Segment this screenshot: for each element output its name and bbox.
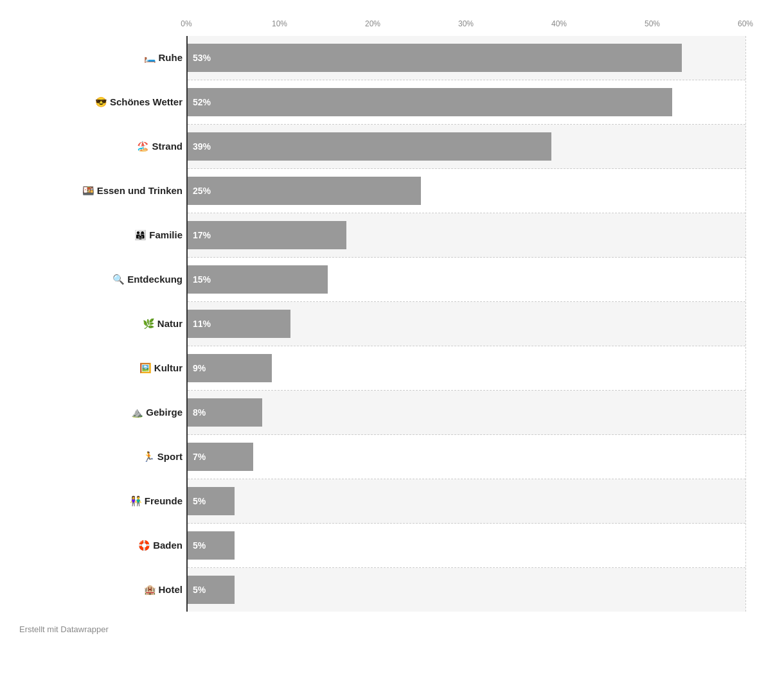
chart-body: 🛏️Ruhe53%😎Schönes Wetter52%🏖️Strand39%🍱E… <box>186 36 765 612</box>
table-row: 🌿Natur11% <box>188 302 745 346</box>
row-label: 😎Schönes Wetter <box>24 96 188 108</box>
bar-value: 8% <box>193 407 206 418</box>
bar: 52% <box>188 88 672 116</box>
bar-value: 53% <box>193 53 211 63</box>
bar-wrapper: 8% <box>188 391 745 434</box>
bars-container: 🛏️Ruhe53%😎Schönes Wetter52%🏖️Strand39%🍱E… <box>186 36 745 612</box>
bar-wrapper: 5% <box>188 568 745 612</box>
bar: 39% <box>188 132 551 161</box>
bar: 53% <box>188 44 682 72</box>
axis-label-60: 60% <box>738 19 753 28</box>
emoji-icon: 🍱 <box>82 185 94 196</box>
bar: 7% <box>188 443 253 471</box>
bar-value: 52% <box>193 97 211 107</box>
bar: 25% <box>188 177 421 205</box>
emoji-icon: 🛟 <box>138 540 150 551</box>
table-row: ⛰️Gebirge8% <box>188 391 745 435</box>
emoji-icon: 🛏️ <box>144 52 156 63</box>
table-row: 🔍Entdeckung15% <box>188 258 745 302</box>
footer-text: Erstellt mit Datawrapper <box>19 624 765 634</box>
bar-wrapper: 39% <box>188 125 745 168</box>
row-label: ⛰️Gebirge <box>24 407 188 418</box>
table-row: 🏃Sport7% <box>188 435 745 479</box>
grid-line-60 <box>745 36 746 612</box>
row-label: 🏖️Strand <box>24 141 188 152</box>
bar-wrapper: 25% <box>188 169 745 213</box>
row-label: 👨‍👩‍👧Familie <box>24 229 188 241</box>
chart-container: 0%10%20%30%40%50%60% 🛏️Ruhe53%😎Schönes W… <box>19 13 765 634</box>
axis-label-30: 30% <box>458 19 474 28</box>
bar: 11% <box>188 310 290 338</box>
axis-top: 0%10%20%30%40%50%60% <box>186 19 745 32</box>
axis-label-10: 10% <box>272 19 287 28</box>
bar: 5% <box>188 487 235 515</box>
emoji-icon: 😎 <box>95 96 107 107</box>
bar-wrapper: 17% <box>188 213 745 257</box>
emoji-icon: 👫 <box>130 495 142 506</box>
bar-value: 7% <box>193 452 206 462</box>
bar-wrapper: 11% <box>188 302 745 346</box>
table-row: 🖼️Kultur9% <box>188 346 745 391</box>
row-label: 🛟Baden <box>24 540 188 551</box>
bar-value: 39% <box>193 141 211 152</box>
emoji-icon: 🌿 <box>143 318 155 329</box>
table-row: 🛟Baden5% <box>188 524 745 568</box>
bar-value: 5% <box>193 585 206 595</box>
table-row: 😎Schönes Wetter52% <box>188 80 745 125</box>
bar-wrapper: 53% <box>188 36 745 80</box>
table-row: 🏖️Strand39% <box>188 125 745 169</box>
emoji-icon: 🏨 <box>144 584 156 595</box>
emoji-icon: 🏃 <box>143 451 155 462</box>
bar-value: 9% <box>193 363 206 373</box>
table-row: 🍱Essen und Trinken25% <box>188 169 745 213</box>
bar: 8% <box>188 398 262 427</box>
bar-value: 17% <box>193 230 211 240</box>
bar-value: 15% <box>193 274 211 285</box>
bar-wrapper: 5% <box>188 524 745 567</box>
bar: 15% <box>188 265 328 294</box>
bar-wrapper: 7% <box>188 435 745 479</box>
table-row: 🏨Hotel5% <box>188 568 745 612</box>
row-label: 👫Freunde <box>24 495 188 507</box>
bar-wrapper: 9% <box>188 346 745 390</box>
bar-value: 25% <box>193 186 211 196</box>
bar-wrapper: 52% <box>188 80 745 124</box>
row-label: 🏃Sport <box>24 451 188 463</box>
row-label: 🍱Essen und Trinken <box>24 185 188 197</box>
bar-value: 11% <box>193 319 211 329</box>
bar: 9% <box>188 354 272 382</box>
table-row: 👫Freunde5% <box>188 479 745 524</box>
emoji-icon: 🔍 <box>112 274 125 285</box>
emoji-icon: 🏖️ <box>137 141 149 152</box>
bar-wrapper: 15% <box>188 258 745 301</box>
emoji-icon: ⛰️ <box>131 407 143 418</box>
axis-label-0: 0% <box>181 19 192 28</box>
bar: 5% <box>188 576 235 604</box>
emoji-icon: 🖼️ <box>139 362 152 373</box>
row-label: 🏨Hotel <box>24 584 188 596</box>
axis-label-20: 20% <box>365 19 380 28</box>
bar: 17% <box>188 221 346 249</box>
bar-value: 5% <box>193 496 206 506</box>
bar: 5% <box>188 531 235 560</box>
row-label: 🖼️Kultur <box>24 362 188 374</box>
axis-label-40: 40% <box>551 19 567 28</box>
row-label: 🌿Natur <box>24 318 188 330</box>
axis-label-50: 50% <box>645 19 660 28</box>
bar-value: 5% <box>193 540 206 551</box>
table-row: 👨‍👩‍👧Familie17% <box>188 213 745 258</box>
row-label: 🛏️Ruhe <box>24 52 188 64</box>
emoji-icon: 👨‍👩‍👧 <box>134 229 147 240</box>
table-row: 🛏️Ruhe53% <box>188 36 745 80</box>
bar-wrapper: 5% <box>188 479 745 523</box>
row-label: 🔍Entdeckung <box>24 274 188 285</box>
